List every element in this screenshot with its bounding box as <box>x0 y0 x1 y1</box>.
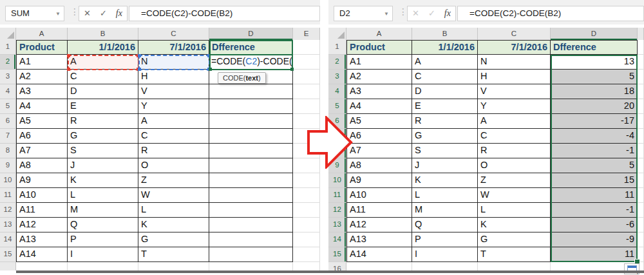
row-header-9[interactable]: 9 <box>0 158 16 173</box>
cell-D1[interactable]: Dfference <box>209 40 293 55</box>
cell-D11[interactable] <box>209 188 293 203</box>
row-header-10[interactable]: 10 <box>0 173 16 188</box>
row-header-11[interactable]: 11 <box>328 188 346 203</box>
cell-D6[interactable] <box>209 114 293 129</box>
cell-A7[interactable]: A6 <box>346 129 412 144</box>
cell-E1[interactable] <box>293 40 320 55</box>
column-header-D[interactable]: D <box>209 28 293 40</box>
insert-function-icon[interactable]: fx <box>116 8 122 19</box>
cell-D9[interactable] <box>209 158 293 173</box>
column-header-B[interactable]: B <box>412 28 478 40</box>
cell-A12[interactable]: A11 <box>16 203 68 218</box>
cell-B12[interactable]: M <box>68 203 138 218</box>
cell-A2[interactable]: A1 <box>346 55 412 70</box>
cell-C7[interactable]: C <box>478 129 551 144</box>
cell-B9[interactable]: J <box>412 158 478 173</box>
cell-C10[interactable]: Z <box>478 173 551 188</box>
cell-A8[interactable]: A7 <box>16 144 68 158</box>
cell-C6[interactable]: A <box>478 114 551 129</box>
cell-A7[interactable]: A6 <box>16 129 68 144</box>
cell-D11[interactable]: 11 <box>551 188 638 203</box>
cell-A12[interactable]: A11 <box>346 203 412 218</box>
cell-D5[interactable]: 20 <box>551 99 638 114</box>
cell-E10[interactable] <box>293 173 320 188</box>
cell-A6[interactable]: A5 <box>16 114 68 129</box>
cell-C9[interactable]: O <box>478 158 551 173</box>
cell-C16[interactable] <box>478 262 551 270</box>
cell-C13[interactable]: K <box>138 218 209 232</box>
cell-A4[interactable]: A3 <box>346 84 412 99</box>
cell-D6[interactable]: -17 <box>551 114 638 129</box>
cancel-icon[interactable]: ✕ <box>412 6 419 21</box>
cell-E13[interactable] <box>293 218 320 232</box>
cell-A1[interactable]: Product <box>16 40 68 55</box>
row-header-3[interactable]: 3 <box>0 70 16 84</box>
cell-C6[interactable]: A <box>138 114 209 129</box>
cell-C11[interactable]: W <box>478 188 551 203</box>
cell-C1[interactable]: 7/1/2016 <box>478 40 551 55</box>
cell-D2-formula[interactable]: =CODE(C2)-CODE(B2) <box>209 55 293 70</box>
name-box[interactable]: SUM ▼ <box>5 6 64 21</box>
cell-D16[interactable] <box>209 262 293 270</box>
row-header-12[interactable]: 12 <box>0 203 16 218</box>
cell-C4[interactable]: V <box>138 84 209 99</box>
chevron-down-icon[interactable]: ▼ <box>384 7 389 21</box>
row-header-6[interactable]: 6 <box>0 114 16 129</box>
cell-D8[interactable] <box>209 144 293 158</box>
row-header-13[interactable]: 13 <box>0 218 16 232</box>
cell-D14[interactable] <box>209 232 293 247</box>
cell-D12[interactable]: -1 <box>551 203 638 218</box>
cell-B7[interactable]: G <box>412 129 478 144</box>
cell-E15[interactable] <box>293 247 320 262</box>
cell-C5[interactable]: Y <box>478 99 551 114</box>
cell-A9[interactable]: A8 <box>346 158 412 173</box>
select-all-corner[interactable] <box>0 28 16 40</box>
cell-B5[interactable]: E <box>68 99 138 114</box>
cell-A8[interactable]: A7 <box>346 144 412 158</box>
formula-input[interactable]: =CODE(C2)-CODE(B2) <box>129 6 320 21</box>
row-header-3[interactable]: 3 <box>328 70 346 84</box>
cell-D15[interactable]: 11 <box>551 247 638 262</box>
cell-D8[interactable]: -1 <box>551 144 638 158</box>
cell-D4[interactable]: 18 <box>551 84 638 99</box>
row-header-14[interactable]: 14 <box>328 232 346 247</box>
cell-C14[interactable]: G <box>478 232 551 247</box>
cell-C8[interactable]: R <box>138 144 209 158</box>
cell-C15[interactable]: T <box>478 247 551 262</box>
cell-B6[interactable]: R <box>412 114 478 129</box>
cell-D1[interactable]: Dfference <box>551 40 638 55</box>
cell-A5[interactable]: A4 <box>16 99 68 114</box>
cell-D10[interactable] <box>209 173 293 188</box>
cell-C9[interactable]: O <box>138 158 209 173</box>
cell-C12[interactable]: L <box>138 203 209 218</box>
cell-A1[interactable]: Product <box>346 40 412 55</box>
cell-A6[interactable]: A5 <box>346 114 412 129</box>
cell-B7[interactable]: G <box>68 129 138 144</box>
cell-E2[interactable] <box>293 55 320 70</box>
row-header-4[interactable]: 4 <box>0 84 16 99</box>
cell-A9[interactable]: A8 <box>16 158 68 173</box>
cell-D4[interactable] <box>209 84 293 99</box>
cell-A3[interactable]: A2 <box>16 70 68 84</box>
cell-C5[interactable]: Y <box>138 99 209 114</box>
cell-C3[interactable]: H <box>478 70 551 84</box>
cell-B11[interactable]: L <box>412 188 478 203</box>
cell-B16[interactable] <box>412 262 478 270</box>
row-header-16[interactable] <box>0 262 16 270</box>
cell-B10[interactable]: K <box>412 173 478 188</box>
cell-E14[interactable] <box>293 232 320 247</box>
enter-icon[interactable]: ✓ <box>100 6 107 21</box>
cell-D7[interactable] <box>209 129 293 144</box>
cell-D9[interactable]: 5 <box>551 158 638 173</box>
cancel-icon[interactable]: ✕ <box>84 6 91 21</box>
cell-D13[interactable] <box>209 218 293 232</box>
cell-A13[interactable]: A12 <box>346 218 412 232</box>
cell-C1[interactable]: 7/1/2016 <box>138 40 209 55</box>
cell-B14[interactable]: P <box>412 232 478 247</box>
cell-A3[interactable]: A2 <box>346 70 412 84</box>
cell-E3[interactable] <box>293 70 320 84</box>
cell-B6[interactable]: R <box>68 114 138 129</box>
cell-D12[interactable] <box>209 203 293 218</box>
cell-D7[interactable]: -4 <box>551 129 638 144</box>
row-header-16[interactable]: 16 <box>328 262 346 270</box>
